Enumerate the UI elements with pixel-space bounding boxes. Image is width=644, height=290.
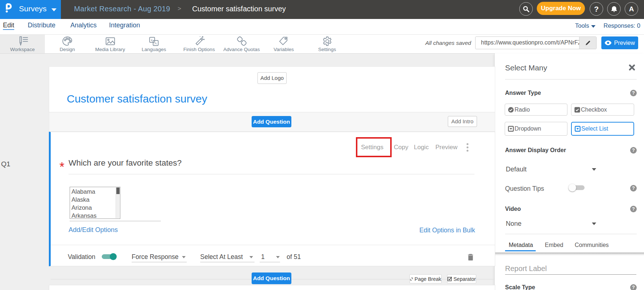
svg-text:x: x [151,38,152,42]
svg-text:A: A [155,41,157,45]
